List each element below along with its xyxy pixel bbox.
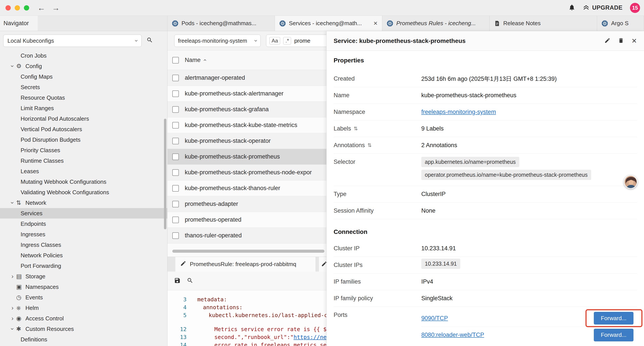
sidebar-item-resource-quotas[interactable]: Resource Quotas (0, 92, 167, 103)
table-row[interactable]: kube-prometheus-stack-operator (168, 133, 326, 149)
close-tab-icon[interactable]: ✕ (373, 20, 378, 26)
forward-button[interactable]: Forward... (594, 329, 634, 342)
navigator-header: Navigator (0, 16, 168, 31)
sidebar-item-namespaces[interactable]: ▣Namespaces (0, 282, 167, 292)
table-row[interactable]: kube-prometheus-stack-grafana (168, 102, 326, 117)
tab-1[interactable]: Services - icecheng@math...✕ (275, 16, 382, 31)
port-link[interactable]: 8080:reloader-web/TCP (421, 332, 484, 338)
close-window-button[interactable] (6, 5, 11, 10)
sidebar-item-custom-resources[interactable]: ›✱Custom Resources (0, 324, 167, 334)
sidebar-item-cron-jobs[interactable]: Cron Jobs (0, 50, 167, 61)
sidebar-item-port-forwarding[interactable]: Port Forwarding (0, 261, 167, 271)
sidebar-item-network[interactable]: ›⇅Network (0, 198, 167, 208)
sidebar-scrollbar[interactable] (164, 119, 166, 229)
delete-resource-icon[interactable] (618, 37, 624, 44)
sidebar-item-mutating-webhook-configurations[interactable]: Mutating Webhook Configurations (0, 177, 167, 187)
row-value: SingleStack (421, 295, 637, 302)
user-avatar[interactable] (624, 175, 638, 189)
sidebar-item-endpoints[interactable]: Endpoints (0, 219, 167, 229)
name-column-header[interactable]: Name (185, 57, 200, 63)
row-checkbox[interactable] (172, 185, 179, 192)
document-icon (494, 20, 500, 26)
sidebar-item-config-maps[interactable]: Config Maps (0, 71, 167, 82)
sidebar-item-helm[interactable]: ›⎈Helm (0, 303, 167, 313)
namespace-filter-select[interactable]: freeleaps-monitoring-system › (174, 34, 260, 47)
dock-tab-partial[interactable] (319, 257, 326, 272)
tab-0[interactable]: Pods - icecheng@mathmas... (168, 16, 275, 31)
upgrade-button[interactable]: UPGRADE (583, 4, 622, 12)
table-row[interactable]: kube-prometheus-stack-kube-state-metrics (168, 117, 326, 133)
table-row[interactable]: alertmanager-operated (168, 70, 326, 86)
sidebar-item-limit-ranges[interactable]: Limit Ranges (0, 103, 167, 113)
table-row[interactable]: prometheus-operated (168, 212, 326, 228)
sidebar-item-services[interactable]: Services (0, 208, 167, 219)
yaml-editor[interactable]: 3metadata:4annotations:5kubectl.kubernet… (168, 290, 326, 346)
namespace-link[interactable]: freeleaps-monitoring-system (421, 109, 496, 115)
chevron-down-icon: › (9, 199, 16, 206)
row-checkbox[interactable] (172, 217, 179, 223)
notifications-bell-icon[interactable] (568, 4, 576, 12)
row-checkbox[interactable] (172, 201, 179, 207)
notification-count-badge[interactable]: 15 (630, 3, 640, 13)
regex-toggle[interactable]: .* (283, 37, 291, 44)
tab-4[interactable]: Argo S (597, 16, 644, 31)
sidebar-item-access-control[interactable]: ›◉Access Control (0, 313, 167, 324)
row-checkbox[interactable] (172, 232, 179, 239)
dock-tab-prometheusrule[interactable]: PrometheusRule: freeleaps-prod-rabbitmq (175, 257, 316, 272)
row-checkbox[interactable] (172, 138, 179, 144)
zoom-window-button[interactable] (24, 5, 29, 10)
sidebar-item-vertical-pod-autoscalers[interactable]: Vertical Pod Autoscalers (0, 124, 167, 134)
sidebar-item-secrets[interactable]: Secrets (0, 82, 167, 92)
table-row[interactable]: prometheus-adapter (168, 196, 326, 212)
sidebar-item-leases[interactable]: Leases (0, 166, 167, 177)
sidebar-item-priority-classes[interactable]: Priority Classes (0, 145, 167, 155)
sidebar-item-network-policies[interactable]: Network Policies (0, 250, 167, 261)
port-link[interactable]: 9090/TCP (421, 315, 448, 322)
edit-resource-icon[interactable] (604, 37, 610, 44)
sidebar-item-storage[interactable]: ›▤Storage (0, 271, 167, 282)
row-checkbox[interactable] (172, 122, 179, 129)
close-drawer-icon[interactable]: ✕ (632, 37, 637, 45)
kubeconfig-selector[interactable]: Local Kubeconfigs › (3, 34, 142, 47)
save-icon[interactable] (174, 277, 180, 285)
service-name: kube-prometheus-stack-prometheus (185, 153, 280, 160)
sidebar-item-definitions[interactable]: Definitions (0, 334, 167, 345)
sidebar-search-icon[interactable] (146, 37, 153, 44)
sidebar-item-validating-webhook-configurations[interactable]: Validating Webhook Configurations (0, 187, 167, 198)
forward-button[interactable]: → (52, 3, 60, 12)
minimize-window-button[interactable] (15, 5, 20, 10)
sort-toggle-icon[interactable]: ⇅ (354, 126, 358, 132)
tab-2[interactable]: Prometheus Rules - icecheng... (382, 16, 490, 31)
row-checkbox[interactable] (172, 106, 179, 113)
select-all-checkbox[interactable] (172, 57, 179, 63)
search-box[interactable]: Aa .* prome (266, 34, 326, 47)
sidebar-item-runtime-classes[interactable]: Runtime Classes (0, 155, 167, 166)
sort-toggle-icon[interactable]: ⇅ (368, 142, 372, 148)
forward-button[interactable]: Forward... (594, 312, 634, 325)
sidebar-item-pod-disruption-budgets[interactable]: Pod Disruption Budgets (0, 134, 167, 145)
row-checkbox[interactable] (172, 90, 179, 97)
sidebar-item-horizontal-pod-autoscalers[interactable]: Horizontal Pod Autoscalers (0, 113, 167, 124)
sidebar-item-ingress-classes[interactable]: Ingress Classes (0, 240, 167, 250)
sidebar-item-config[interactable]: ›⚙Config (0, 61, 167, 71)
tab-label: Services - icecheng@math... (289, 20, 362, 27)
table-row[interactable]: kube-prometheus-stack-prometheus (168, 149, 326, 165)
match-case-toggle[interactable]: Aa (270, 37, 280, 44)
back-button[interactable]: ← (38, 3, 45, 12)
horizontal-scrollbar[interactable] (172, 250, 324, 253)
code-line: 12Metrics service error rate is {{ $va (168, 326, 326, 333)
table-row[interactable]: kube-prometheus-stack-thanos-ruler (168, 180, 326, 196)
editor-search-icon[interactable] (187, 277, 193, 285)
sidebar-item-events[interactable]: ◷Events (0, 292, 167, 303)
search-input[interactable]: prome (294, 37, 310, 44)
row-label: Annotations⇅ (334, 142, 421, 149)
table-row[interactable]: kube-prometheus-stack-alertmanager (168, 86, 326, 102)
table-row[interactable]: kube-prometheus-stack-prometheus-node-ex… (168, 165, 326, 180)
table-row[interactable]: thanos-ruler-operated (168, 228, 326, 244)
drawer-row-ip-family-policy: IP family policySingleStack (334, 290, 637, 307)
tab-3[interactable]: Release Notes (490, 16, 597, 31)
sidebar-item-ingresses[interactable]: Ingresses (0, 229, 167, 240)
row-checkbox[interactable] (172, 153, 179, 160)
row-checkbox[interactable] (172, 75, 179, 81)
row-checkbox[interactable] (172, 169, 179, 176)
